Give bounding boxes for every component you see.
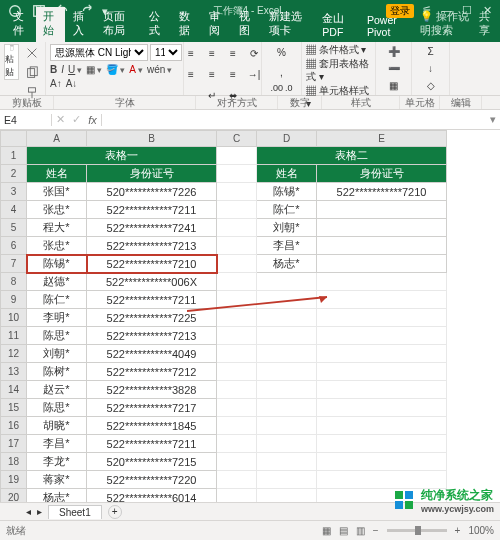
cell[interactable] (317, 471, 447, 489)
select-all-cell[interactable] (1, 131, 27, 147)
cell[interactable] (217, 435, 257, 453)
cell[interactable] (317, 435, 447, 453)
cell[interactable] (217, 345, 257, 363)
row-header[interactable]: 14 (1, 381, 27, 399)
cell[interactable] (317, 381, 447, 399)
format-as-table-button[interactable]: ▦ 套用表格格式 ▾ (306, 58, 371, 84)
delete-cells-icon[interactable]: ➖ (385, 61, 403, 76)
sheet-tab[interactable]: Sheet1 (48, 505, 102, 519)
table1-id-cell[interactable]: 522***********7241 (87, 219, 217, 237)
table1-name-cell[interactable]: 陈思* (27, 399, 87, 417)
decrease-decimal-icon[interactable]: .0 (285, 83, 293, 93)
table1-name-cell[interactable]: 蒋家* (27, 471, 87, 489)
cell[interactable] (257, 471, 317, 489)
add-sheet-button[interactable]: + (108, 505, 122, 519)
table1-name-cell[interactable]: 程大* (27, 219, 87, 237)
table2-id-cell[interactable] (317, 237, 447, 255)
table2-name-cell[interactable]: 陈锡* (257, 183, 317, 201)
col-header[interactable]: D (257, 131, 317, 147)
tell-me-search[interactable]: 💡 操作说明搜索 (420, 10, 475, 38)
tab-pagelayout[interactable]: 页面布局 (96, 7, 140, 42)
row-header[interactable]: 18 (1, 453, 27, 471)
zoom-level[interactable]: 100% (468, 525, 494, 536)
cell[interactable] (257, 399, 317, 417)
conditional-format-button[interactable]: ▦ 条件格式 ▾ (306, 44, 366, 57)
table1-id-cell[interactable]: 522***********7211 (87, 291, 217, 309)
row-header[interactable]: 7 (1, 255, 27, 273)
table1-name-cell[interactable]: 赵云* (27, 381, 87, 399)
table1-name-cell[interactable]: 张国* (27, 183, 87, 201)
cell[interactable] (217, 309, 257, 327)
table1-name-cell[interactable]: 陈思* (27, 327, 87, 345)
cell[interactable] (317, 363, 447, 381)
row-header[interactable]: 8 (1, 273, 27, 291)
table1-id-cell[interactable]: 520***********7215 (87, 453, 217, 471)
name-box[interactable]: E4 (0, 114, 52, 126)
phonetic-button[interactable]: wén▾ (147, 64, 172, 75)
tab-file[interactable]: 文件 (6, 7, 35, 42)
table1-name-cell[interactable]: 陈锡* (27, 255, 87, 273)
col-header[interactable]: E (317, 131, 447, 147)
table1-id-cell[interactable]: 522***********7213 (87, 237, 217, 255)
cell[interactable] (317, 417, 447, 435)
cell[interactable] (257, 273, 317, 291)
table1-id-cell[interactable]: 520***********7226 (87, 183, 217, 201)
row-header[interactable]: 13 (1, 363, 27, 381)
table1-name-cell[interactable]: 陈仁* (27, 291, 87, 309)
table1-id-cell[interactable]: 522***********7211 (87, 201, 217, 219)
cell[interactable] (317, 345, 447, 363)
row-header[interactable]: 2 (1, 165, 27, 183)
view-normal-icon[interactable]: ▦ (322, 525, 331, 536)
font-color-button[interactable]: A▾ (129, 64, 143, 75)
row-header[interactable]: 5 (1, 219, 27, 237)
table1-id-cell[interactable]: 522***********3828 (87, 381, 217, 399)
indent-increase-icon[interactable]: →| (245, 65, 263, 83)
cell[interactable] (257, 291, 317, 309)
fill-icon[interactable]: ↓ (422, 61, 440, 76)
view-pagebreak-icon[interactable]: ▥ (356, 525, 365, 536)
row-header[interactable]: 1 (1, 147, 27, 165)
tab-data[interactable]: 数据 (172, 7, 201, 42)
cell[interactable] (217, 183, 257, 201)
insert-cells-icon[interactable]: ➕ (385, 44, 403, 59)
table1-id-cell[interactable]: 522***********7217 (87, 399, 217, 417)
table1-name-cell[interactable]: 张忠* (27, 201, 87, 219)
fx-icon[interactable]: fx (84, 114, 102, 126)
align-left-icon[interactable]: ≡ (182, 65, 200, 83)
worksheet-grid[interactable]: ABCDE1表格一表格二2姓名身份证号姓名身份证号3张国*520********… (0, 130, 500, 510)
cell[interactable] (217, 453, 257, 471)
clear-icon[interactable]: ◇ (422, 78, 440, 93)
row-header[interactable]: 6 (1, 237, 27, 255)
col-header[interactable]: B (87, 131, 217, 147)
col-header[interactable]: C (217, 131, 257, 147)
cell[interactable] (257, 345, 317, 363)
decrease-font-icon[interactable]: A↓ (66, 78, 78, 89)
table1-id-cell[interactable]: 522***********7220 (87, 471, 217, 489)
row-header[interactable]: 10 (1, 309, 27, 327)
row-header[interactable]: 12 (1, 345, 27, 363)
cell[interactable] (317, 309, 447, 327)
paste-button[interactable]: 粘贴 (4, 44, 19, 80)
table1-id-cell[interactable]: 522***********1845 (87, 417, 217, 435)
table2-id-cell[interactable] (317, 255, 447, 273)
align-top-icon[interactable]: ≡ (182, 44, 200, 62)
cell[interactable] (217, 381, 257, 399)
row-header[interactable]: 17 (1, 435, 27, 453)
cell[interactable] (217, 363, 257, 381)
cell[interactable] (217, 471, 257, 489)
table2-name-cell[interactable]: 刘朝* (257, 219, 317, 237)
zoom-out-icon[interactable]: − (373, 525, 379, 536)
cell[interactable] (257, 327, 317, 345)
table2-name-cell[interactable]: 杨志* (257, 255, 317, 273)
table1-id-cell[interactable]: 522***********4049 (87, 345, 217, 363)
increase-font-icon[interactable]: A↑ (50, 78, 62, 89)
copy-icon[interactable] (23, 64, 41, 82)
increase-decimal-icon[interactable]: .00 (270, 83, 283, 93)
cell[interactable] (217, 147, 257, 165)
tab-newtab[interactable]: 新建选项卡 (262, 7, 314, 42)
table2-name-cell[interactable]: 陈仁* (257, 201, 317, 219)
tab-review[interactable]: 审阅 (202, 7, 231, 42)
table1-id-cell[interactable]: 522***********7212 (87, 363, 217, 381)
cell[interactable] (217, 417, 257, 435)
table1-name-cell[interactable]: 张忠* (27, 237, 87, 255)
